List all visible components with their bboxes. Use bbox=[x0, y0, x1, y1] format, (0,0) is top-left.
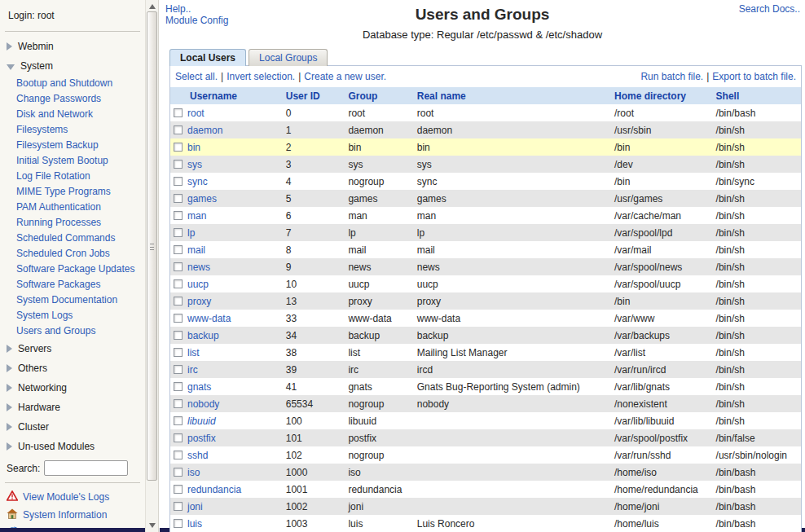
row-checkbox[interactable] bbox=[174, 365, 183, 374]
sidebar-item-pam-authentication[interactable]: PAM Authentication bbox=[0, 200, 145, 215]
user-link-proxy[interactable]: proxy bbox=[187, 296, 211, 307]
user-link-backup[interactable]: backup bbox=[187, 330, 219, 341]
user-link-list[interactable]: list bbox=[187, 347, 200, 358]
row-checkbox[interactable] bbox=[174, 468, 183, 477]
user-link-nobody[interactable]: nobody bbox=[187, 398, 219, 410]
user-link-postfix[interactable]: postfix bbox=[187, 433, 216, 444]
uid-cell: 33 bbox=[283, 310, 345, 327]
row-checkbox[interactable] bbox=[174, 125, 183, 134]
row-checkbox[interactable] bbox=[174, 228, 183, 237]
sidebar-category-system[interactable]: System bbox=[0, 56, 145, 76]
home-cell: /bin bbox=[611, 138, 713, 156]
user-link-man[interactable]: man bbox=[187, 210, 206, 222]
table-row: www-data33www-datawww-data/var/www/bin/s… bbox=[170, 310, 801, 327]
action-link-export-to-batch-file[interactable]: Export to batch file. bbox=[712, 71, 796, 82]
sidebar-category-others[interactable]: Others bbox=[0, 358, 145, 378]
username-cell: nobody bbox=[170, 395, 283, 412]
user-link-root[interactable]: root bbox=[187, 108, 205, 119]
row-checkbox[interactable] bbox=[174, 348, 183, 357]
row-checkbox[interactable] bbox=[174, 331, 183, 340]
footer-link-system-information[interactable]: System Information bbox=[0, 506, 145, 524]
sidebar-item-bootup-and-shutdown[interactable]: Bootup and Shutdown bbox=[0, 76, 145, 91]
user-link-sync[interactable]: sync bbox=[187, 176, 208, 187]
row-checkbox[interactable] bbox=[174, 433, 183, 442]
row-checkbox[interactable] bbox=[174, 143, 183, 152]
help-link[interactable]: Help.. bbox=[165, 3, 228, 15]
user-link-www-data[interactable]: www-data bbox=[187, 313, 231, 324]
user-link-joni[interactable]: joni bbox=[187, 501, 203, 512]
sidebar-category-un-used-modules[interactable]: Un-used Modules bbox=[0, 437, 145, 456]
user-link-daemon[interactable]: daemon bbox=[187, 125, 222, 136]
row-checkbox[interactable] bbox=[174, 160, 183, 169]
action-link-invert-selection[interactable]: Invert selection. bbox=[227, 71, 295, 82]
user-link-uucp[interactable]: uucp bbox=[187, 279, 209, 290]
sidebar-category-hardware[interactable]: Hardware bbox=[0, 398, 145, 417]
user-link-irc[interactable]: irc bbox=[187, 364, 198, 376]
scrollbar-thumb[interactable] bbox=[147, 11, 157, 481]
sidebar-search-row: Search: bbox=[0, 456, 145, 477]
sidebar-item-change-passwords[interactable]: Change Passwords bbox=[0, 91, 145, 107]
sidebar-item-system-logs[interactable]: System Logs bbox=[0, 308, 145, 323]
row-checkbox[interactable] bbox=[174, 519, 183, 528]
user-link-news[interactable]: news bbox=[187, 262, 210, 273]
row-checkbox[interactable] bbox=[174, 382, 183, 391]
sidebar-item-scheduled-commands[interactable]: Scheduled Commands bbox=[0, 231, 145, 246]
sidebar-category-webmin[interactable]: Webmin bbox=[0, 37, 145, 56]
row-checkbox[interactable] bbox=[174, 245, 183, 254]
sidebar-item-system-documentation[interactable]: System Documentation bbox=[0, 292, 145, 308]
row-checkbox[interactable] bbox=[174, 279, 183, 288]
search-docs-link[interactable]: Search Docs.. bbox=[739, 3, 800, 15]
row-checkbox[interactable] bbox=[174, 502, 183, 511]
user-link-libuuid[interactable]: libuuid bbox=[187, 415, 216, 427]
user-link-iso[interactable]: iso bbox=[187, 467, 200, 478]
sidebar-item-mime-type-programs[interactable]: MIME Type Programs bbox=[0, 184, 145, 200]
sidebar-item-scheduled-cron-jobs[interactable]: Scheduled Cron Jobs bbox=[0, 246, 145, 262]
row-checkbox[interactable] bbox=[174, 262, 183, 271]
shell-cell: /bin/sh bbox=[713, 138, 801, 156]
sidebar-item-users-and-groups[interactable]: Users and Groups bbox=[0, 323, 145, 339]
row-checkbox[interactable] bbox=[174, 314, 183, 323]
user-link-mail[interactable]: mail bbox=[187, 244, 205, 256]
scroll-up-icon[interactable] bbox=[149, 4, 156, 9]
action-link-create-a-new-user[interactable]: Create a new user. bbox=[304, 71, 386, 82]
sidebar-item-initial-system-bootup[interactable]: Initial System Bootup bbox=[0, 153, 145, 169]
sidebar-search-input[interactable] bbox=[44, 460, 128, 476]
footer-link-view-module-s-logs[interactable]: View Module's Logs bbox=[0, 488, 145, 506]
home-cell: /var/run/ircd bbox=[611, 361, 713, 378]
sidebar-item-disk-and-network[interactable]: Disk and Network bbox=[0, 107, 145, 122]
row-checkbox[interactable] bbox=[174, 416, 183, 425]
user-link-sys[interactable]: sys bbox=[187, 159, 202, 170]
row-checkbox[interactable] bbox=[174, 194, 183, 203]
row-checkbox[interactable] bbox=[174, 108, 183, 117]
user-link-bin[interactable]: bin bbox=[187, 142, 200, 153]
sidebar-category-servers[interactable]: Servers bbox=[0, 339, 145, 358]
user-link-sshd[interactable]: sshd bbox=[187, 450, 208, 461]
user-link-redundancia[interactable]: redundancia bbox=[187, 484, 241, 495]
row-checkbox[interactable] bbox=[174, 485, 183, 494]
user-link-gnats[interactable]: gnats bbox=[187, 381, 211, 393]
sidebar-category-cluster[interactable]: Cluster bbox=[0, 417, 145, 437]
shell-cell: /bin/sh bbox=[713, 156, 801, 173]
user-link-lp[interactable]: lp bbox=[187, 227, 195, 239]
row-checkbox[interactable] bbox=[174, 211, 183, 220]
row-checkbox[interactable] bbox=[174, 297, 183, 306]
sidebar-item-software-package-updates[interactable]: Software Package Updates bbox=[0, 262, 145, 277]
row-checkbox[interactable] bbox=[174, 399, 183, 408]
sidebar-item-filesystems[interactable]: Filesystems bbox=[0, 122, 145, 138]
sidebar-item-log-file-rotation[interactable]: Log File Rotation bbox=[0, 169, 145, 184]
tab-local-groups[interactable]: Local Groups bbox=[249, 49, 328, 66]
module-config-link[interactable]: Module Config bbox=[165, 15, 228, 26]
sidebar-item-running-processes[interactable]: Running Processes bbox=[0, 215, 145, 231]
action-link-run-batch-file[interactable]: Run batch file. bbox=[640, 71, 703, 82]
row-checkbox[interactable] bbox=[174, 451, 183, 459]
sidebar-item-filesystem-backup[interactable]: Filesystem Backup bbox=[0, 138, 145, 153]
sidebar-category-networking[interactable]: Networking bbox=[0, 378, 145, 398]
user-link-games[interactable]: games bbox=[187, 193, 217, 204]
sidebar-scrollbar[interactable] bbox=[145, 0, 159, 532]
row-checkbox[interactable] bbox=[174, 177, 183, 186]
tab-local-users[interactable]: Local Users bbox=[169, 49, 246, 66]
action-link-select-all[interactable]: Select all. bbox=[175, 71, 218, 82]
scroll-down-icon[interactable] bbox=[149, 523, 156, 528]
user-link-luis[interactable]: luis bbox=[187, 518, 202, 530]
sidebar-item-software-packages[interactable]: Software Packages bbox=[0, 277, 145, 292]
